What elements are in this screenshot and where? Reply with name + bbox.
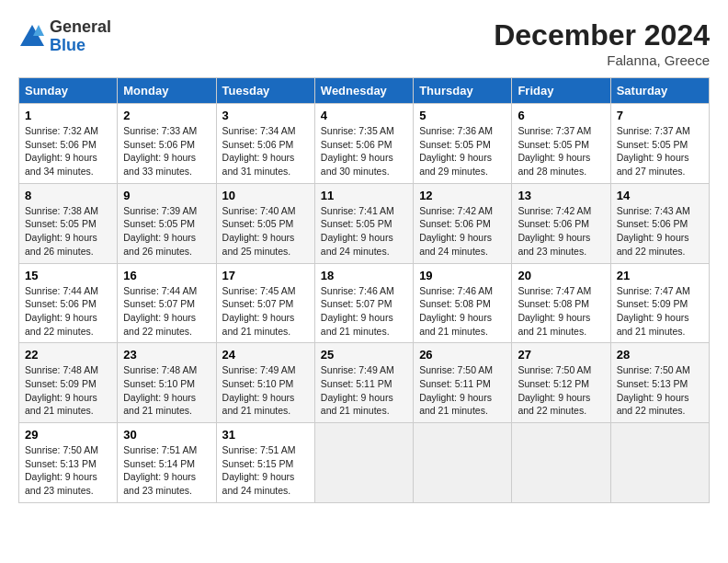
day-info: Sunrise: 7:46 AMSunset: 5:08 PMDaylight:…	[419, 284, 506, 339]
day-number: 28	[617, 348, 703, 362]
day-info: Sunrise: 7:50 AMSunset: 5:13 PMDaylight:…	[25, 443, 111, 498]
day-number: 1	[25, 109, 111, 122]
day-number: 30	[123, 428, 210, 442]
day-number: 6	[518, 109, 604, 122]
calendar-cell: 20Sunrise: 7:47 AMSunset: 5:08 PMDayligh…	[512, 263, 610, 343]
calendar-cell	[512, 423, 610, 503]
day-number: 7	[617, 109, 703, 122]
day-number: 14	[617, 189, 703, 202]
calendar-cell	[610, 423, 709, 503]
week-row-5: 29Sunrise: 7:50 AMSunset: 5:13 PMDayligh…	[19, 423, 710, 503]
calendar-cell: 13Sunrise: 7:42 AMSunset: 5:06 PMDayligh…	[512, 183, 610, 263]
calendar-cell: 28Sunrise: 7:50 AMSunset: 5:13 PMDayligh…	[610, 343, 709, 423]
calendar-cell	[314, 423, 413, 503]
day-number: 27	[518, 348, 604, 362]
weekday-header-thursday: Thursday	[414, 78, 512, 104]
day-number: 24	[222, 348, 309, 362]
day-info: Sunrise: 7:42 AMSunset: 5:06 PMDaylight:…	[518, 204, 604, 259]
day-info: Sunrise: 7:44 AMSunset: 5:07 PMDaylight:…	[123, 284, 210, 339]
calendar-cell: 12Sunrise: 7:42 AMSunset: 5:06 PMDayligh…	[414, 183, 512, 263]
day-info: Sunrise: 7:47 AMSunset: 5:08 PMDaylight:…	[518, 284, 604, 339]
week-row-2: 8Sunrise: 7:38 AMSunset: 5:05 PMDaylight…	[19, 183, 710, 263]
calendar-cell: 14Sunrise: 7:43 AMSunset: 5:06 PMDayligh…	[610, 183, 709, 263]
day-number: 12	[419, 189, 506, 202]
day-info: Sunrise: 7:51 AMSunset: 5:14 PMDaylight:…	[123, 443, 210, 498]
calendar-cell: 5Sunrise: 7:36 AMSunset: 5:05 PMDaylight…	[414, 104, 512, 184]
day-number: 2	[123, 109, 210, 122]
day-number: 21	[617, 269, 703, 282]
day-number: 18	[321, 269, 407, 282]
location: Falanna, Greece	[494, 52, 710, 68]
calendar-cell: 22Sunrise: 7:48 AMSunset: 5:09 PMDayligh…	[19, 343, 118, 423]
calendar-cell: 24Sunrise: 7:49 AMSunset: 5:10 PMDayligh…	[216, 343, 314, 423]
calendar-cell: 11Sunrise: 7:41 AMSunset: 5:05 PMDayligh…	[314, 183, 413, 263]
day-info: Sunrise: 7:33 AMSunset: 5:06 PMDaylight:…	[123, 124, 210, 178]
day-number: 31	[222, 428, 309, 442]
day-info: Sunrise: 7:38 AMSunset: 5:05 PMDaylight:…	[25, 204, 111, 259]
day-number: 4	[321, 109, 407, 122]
day-info: Sunrise: 7:46 AMSunset: 5:07 PMDaylight:…	[321, 284, 407, 339]
logo-icon	[18, 23, 46, 51]
calendar-cell: 15Sunrise: 7:44 AMSunset: 5:06 PMDayligh…	[19, 263, 118, 343]
day-info: Sunrise: 7:41 AMSunset: 5:05 PMDaylight:…	[321, 204, 407, 259]
day-number: 9	[123, 189, 210, 202]
calendar-cell: 21Sunrise: 7:47 AMSunset: 5:09 PMDayligh…	[610, 263, 709, 343]
calendar-cell: 30Sunrise: 7:51 AMSunset: 5:14 PMDayligh…	[118, 423, 216, 503]
day-info: Sunrise: 7:50 AMSunset: 5:11 PMDaylight:…	[419, 363, 506, 418]
weekday-header-row: SundayMondayTuesdayWednesdayThursdayFrid…	[19, 78, 710, 104]
logo-blue-text: Blue	[50, 37, 111, 55]
weekday-header-tuesday: Tuesday	[216, 78, 314, 104]
day-info: Sunrise: 7:35 AMSunset: 5:06 PMDaylight:…	[321, 124, 407, 178]
calendar-cell: 23Sunrise: 7:48 AMSunset: 5:10 PMDayligh…	[118, 343, 216, 423]
day-info: Sunrise: 7:50 AMSunset: 5:13 PMDaylight:…	[617, 363, 703, 418]
logo: General Blue	[18, 18, 111, 55]
week-row-3: 15Sunrise: 7:44 AMSunset: 5:06 PMDayligh…	[19, 263, 710, 343]
day-number: 5	[419, 109, 506, 122]
weekday-header-friday: Friday	[512, 78, 610, 104]
day-info: Sunrise: 7:32 AMSunset: 5:06 PMDaylight:…	[25, 124, 111, 178]
calendar-cell: 31Sunrise: 7:51 AMSunset: 5:15 PMDayligh…	[216, 423, 314, 503]
weekday-header-monday: Monday	[118, 78, 216, 104]
day-number: 26	[419, 348, 506, 362]
week-row-1: 1Sunrise: 7:32 AMSunset: 5:06 PMDaylight…	[19, 104, 710, 184]
calendar-cell: 10Sunrise: 7:40 AMSunset: 5:05 PMDayligh…	[216, 183, 314, 263]
day-number: 16	[123, 269, 210, 282]
calendar-cell: 3Sunrise: 7:34 AMSunset: 5:06 PMDaylight…	[216, 104, 314, 184]
calendar-cell: 29Sunrise: 7:50 AMSunset: 5:13 PMDayligh…	[19, 423, 118, 503]
day-info: Sunrise: 7:43 AMSunset: 5:06 PMDaylight:…	[617, 204, 703, 259]
day-number: 29	[25, 428, 111, 442]
calendar-cell: 2Sunrise: 7:33 AMSunset: 5:06 PMDaylight…	[118, 104, 216, 184]
day-number: 13	[518, 189, 604, 202]
day-info: Sunrise: 7:49 AMSunset: 5:10 PMDaylight:…	[222, 363, 309, 418]
calendar-cell: 25Sunrise: 7:49 AMSunset: 5:11 PMDayligh…	[314, 343, 413, 423]
day-number: 10	[222, 189, 309, 202]
day-info: Sunrise: 7:37 AMSunset: 5:05 PMDaylight:…	[617, 124, 703, 178]
calendar-cell: 19Sunrise: 7:46 AMSunset: 5:08 PMDayligh…	[414, 263, 512, 343]
day-number: 17	[222, 269, 309, 282]
day-info: Sunrise: 7:34 AMSunset: 5:06 PMDaylight:…	[222, 124, 309, 178]
calendar-cell: 26Sunrise: 7:50 AMSunset: 5:11 PMDayligh…	[414, 343, 512, 423]
day-info: Sunrise: 7:51 AMSunset: 5:15 PMDaylight:…	[222, 443, 309, 498]
day-info: Sunrise: 7:39 AMSunset: 5:05 PMDaylight:…	[123, 204, 210, 259]
day-info: Sunrise: 7:45 AMSunset: 5:07 PMDaylight:…	[222, 284, 309, 339]
weekday-header-sunday: Sunday	[19, 78, 118, 104]
day-number: 22	[25, 348, 111, 362]
calendar-cell	[414, 423, 512, 503]
day-info: Sunrise: 7:42 AMSunset: 5:06 PMDaylight:…	[419, 204, 506, 259]
day-info: Sunrise: 7:49 AMSunset: 5:11 PMDaylight:…	[321, 363, 407, 418]
calendar-cell: 18Sunrise: 7:46 AMSunset: 5:07 PMDayligh…	[314, 263, 413, 343]
day-number: 23	[123, 348, 210, 362]
calendar-cell: 27Sunrise: 7:50 AMSunset: 5:12 PMDayligh…	[512, 343, 610, 423]
day-info: Sunrise: 7:40 AMSunset: 5:05 PMDaylight:…	[222, 204, 309, 259]
weekday-header-wednesday: Wednesday	[314, 78, 413, 104]
calendar-cell: 6Sunrise: 7:37 AMSunset: 5:05 PMDaylight…	[512, 104, 610, 184]
day-number: 20	[518, 269, 604, 282]
calendar-cell: 17Sunrise: 7:45 AMSunset: 5:07 PMDayligh…	[216, 263, 314, 343]
week-row-4: 22Sunrise: 7:48 AMSunset: 5:09 PMDayligh…	[19, 343, 710, 423]
calendar-cell: 7Sunrise: 7:37 AMSunset: 5:05 PMDaylight…	[610, 104, 709, 184]
weekday-header-saturday: Saturday	[610, 78, 709, 104]
calendar-cell: 8Sunrise: 7:38 AMSunset: 5:05 PMDaylight…	[19, 183, 118, 263]
day-info: Sunrise: 7:48 AMSunset: 5:10 PMDaylight:…	[123, 363, 210, 418]
day-info: Sunrise: 7:50 AMSunset: 5:12 PMDaylight:…	[518, 363, 604, 418]
day-info: Sunrise: 7:48 AMSunset: 5:09 PMDaylight:…	[25, 363, 111, 418]
